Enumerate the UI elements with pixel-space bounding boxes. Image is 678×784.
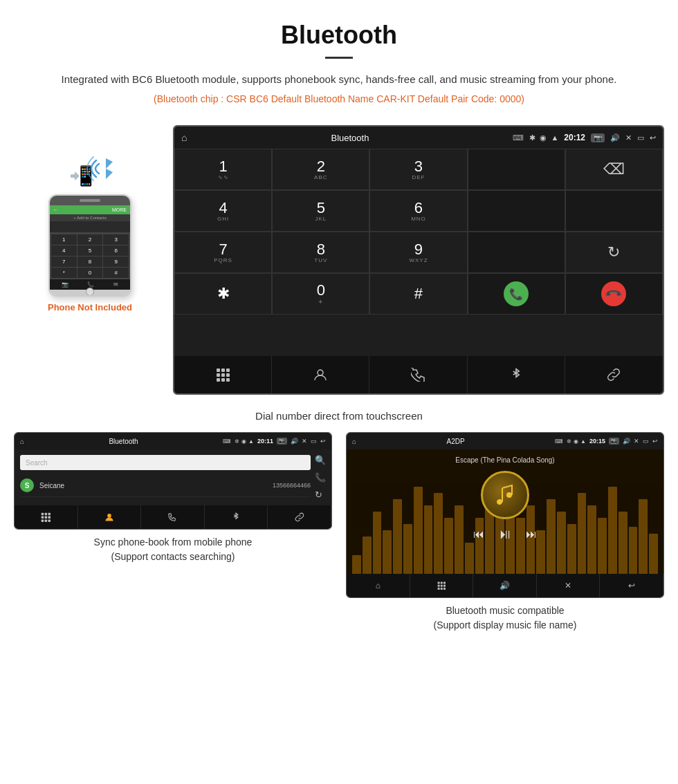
music-home-icon[interactable]: ⌂ [352,438,356,445]
backspace-key[interactable]: ⌫ [565,149,663,190]
bluetooth-specs: (Bluetooth chip : CSR BC6 Default Blueto… [42,93,636,104]
phone-call-icon: 📞 [87,281,94,288]
refresh-key[interactable]: ↻ [565,232,663,273]
nav-bluetooth-icon[interactable] [468,356,565,393]
svg-rect-11 [45,513,48,516]
pb-search-box[interactable]: Search [20,455,311,470]
svg-rect-28 [441,588,443,590]
dial-key-0[interactable]: 0 + [272,273,369,315]
phonebook-caption: Sync phone-book from mobile phone (Suppo… [94,535,253,564]
phone-camera-icon: 📷 [62,281,68,288]
music-nav: ⌂ 🔊 ✕ ↩ [347,574,663,597]
pb-close-icon[interactable]: ✕ [302,438,307,445]
svg-rect-2 [226,368,230,372]
phone-mockup: ←MORE + Add to Contacts 1 2 3 4 5 6 7 8 … [48,194,131,297]
phone-top-bar [50,196,130,205]
dial-key-3[interactable]: 3 DEF [369,149,467,190]
home-icon[interactable]: ⌂ [181,132,187,143]
phone-add-contact: + Add to Contacts [50,214,130,221]
call-end-button[interactable]: 📞 [565,273,663,315]
dial-key-6[interactable]: 6 MNO [369,190,467,232]
dialpad-screen: ⌂ Bluetooth ⌨ ✱ ◉ ▲ 20:12 📷 🔊 ✕ ▭ ↩ 1 ∿∿… [173,125,664,395]
phone-speaker [80,199,100,202]
music-vol-icon[interactable]: 🔊 [623,438,630,445]
window-icon[interactable]: ▭ [637,133,644,142]
pb-nav-user[interactable] [78,505,142,529]
dial-key-2[interactable]: 2 ABC [272,149,369,190]
svg-rect-6 [217,378,220,382]
nav-phone-icon[interactable] [369,356,467,393]
back-icon[interactable]: ↩ [650,133,656,142]
svg-rect-16 [42,520,44,523]
music-camera-icon[interactable]: 📷 [609,438,619,445]
pb-body: Search S Seicane 13566664466 🔍 📞 ↻ [15,449,331,505]
music-close-icon[interactable]: ✕ [634,438,639,445]
dial-key-5[interactable]: 5 JKL [272,190,369,232]
pb-nav-grid[interactable] [15,505,78,529]
pb-nav-phone[interactable] [141,505,205,529]
svg-rect-14 [45,516,48,519]
next-track-button[interactable]: ⏭ [526,528,537,541]
svg-rect-26 [443,585,446,587]
svg-rect-7 [221,378,225,382]
pb-camera-icon[interactable]: 📷 [277,438,287,445]
svg-rect-3 [217,373,220,377]
signal-icon: ▲ [551,133,558,142]
nav-contacts-icon[interactable] [272,356,369,393]
eq-bar [352,555,361,574]
pb-time: 20:11 [257,438,273,445]
music-screen-wrap: ⌂ A2DP ⌨ ✲ ◉ ▲ 20:15 📷 🔊 ✕ ▭ ↩ [346,432,664,633]
call-accept-button[interactable]: 📞 [468,273,565,315]
bluetooth-status-icon: ✱ [529,133,535,142]
usb-icon: ⌨ [513,133,524,142]
pb-contact-row[interactable]: S Seicane 13566664466 [20,474,311,497]
pb-vol-icon[interactable]: 🔊 [291,438,298,445]
dial-key-hash[interactable]: # [369,273,467,315]
dial-empty-3 [468,232,565,273]
status-time: 20:12 [564,133,585,142]
dial-key-9[interactable]: 9 WXYZ [369,232,467,273]
svg-rect-21 [437,582,439,584]
status-icons: ✱ ◉ ▲ [529,133,558,142]
camera-icon[interactable]: 📷 [591,133,605,142]
music-nav-grid[interactable] [410,574,474,597]
svg-rect-4 [221,373,225,377]
pb-back-icon[interactable]: ↩ [320,438,326,445]
play-pause-button[interactable]: ⏯ [498,526,512,542]
close-icon[interactable]: ✕ [625,133,632,142]
dial-key-4[interactable]: 4 GHI [174,190,272,232]
pb-home-icon[interactable]: ⌂ [20,438,24,445]
description-text: Integrated with BC6 Bluetooth module, su… [42,71,636,88]
nav-grid-icon[interactable] [174,356,272,393]
music-nav-back[interactable]: ↩ [600,574,663,597]
volume-icon[interactable]: 🔊 [610,133,620,142]
dial-key-1[interactable]: 1 ∿∿ [174,149,272,190]
pb-sig-icon: ▲ [248,438,254,445]
phone-home-button[interactable] [86,288,94,296]
music-nav-vol[interactable]: 🔊 [473,574,537,597]
pb-nav-bt[interactable] [205,505,268,529]
music-nav-close[interactable]: ✕ [537,574,601,597]
pb-search-icon[interactable]: 🔍 [315,455,326,465]
call-red-icon: 📞 [605,284,624,304]
prev-track-button[interactable]: ⏮ [473,528,484,541]
music-loc-icon: ◉ [574,438,578,445]
svg-point-20 [506,492,512,498]
pb-title: Bluetooth [28,438,219,445]
pb-nav-link[interactable] [268,505,331,529]
pb-call-icon[interactable]: 📞 [315,472,326,483]
dial-display [468,149,565,190]
middle-section: 📲 ←MORE + Add to Contacts [0,118,678,402]
phone-key: 6 [103,245,129,256]
dial-key-8[interactable]: 8 TUV [272,232,369,273]
music-nav-home[interactable]: ⌂ [347,574,410,597]
music-body: Escape (The Pina Colada Song) ⏮ ⏯ ⏭ [347,449,663,574]
nav-link-icon[interactable] [565,356,663,393]
music-back-icon[interactable]: ↩ [652,438,658,445]
dial-key-star[interactable]: ✱ [174,273,272,315]
dial-key-7[interactable]: 7 PQRS [174,232,272,273]
pb-win-icon[interactable]: ▭ [311,438,317,445]
pb-refresh-icon[interactable]: ↻ [315,489,326,500]
music-win-icon[interactable]: ▭ [643,438,649,445]
svg-rect-8 [226,378,230,382]
